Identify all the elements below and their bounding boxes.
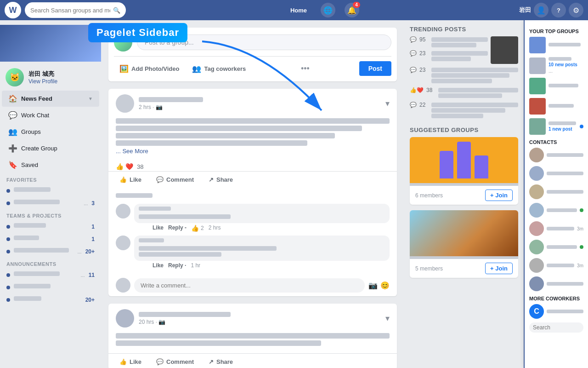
share-button[interactable]: ↗ Share	[201, 173, 240, 186]
team-item-2[interactable]: 1	[0, 233, 101, 245]
like-button[interactable]: 👍 Like	[112, 356, 149, 368]
post-menu-button[interactable]: ▾	[385, 313, 390, 323]
world-icon-btn[interactable]: 🌐	[321, 3, 335, 17]
team-count-3: 20+	[85, 248, 95, 255]
post-header: 2 hrs · 📷 ▾	[108, 89, 397, 113]
bar	[475, 155, 488, 178]
comment-actions: Like Reply · 1 hr	[134, 262, 390, 269]
emoji-icon[interactable]: 😊	[380, 281, 390, 290]
tag-coworkers-button[interactable]: 👥 Tag coworkers	[187, 62, 251, 76]
team-item-1[interactable]: 1	[0, 220, 101, 233]
comment-button[interactable]: 💬 Comment	[149, 356, 201, 368]
contact-name	[547, 227, 574, 230]
dot-icon	[6, 201, 10, 205]
comment-label: Comment	[166, 176, 194, 183]
group-bars-visual	[440, 142, 488, 178]
comment-like-button[interactable]: Like	[153, 262, 164, 269]
comment-like-button[interactable]: Like	[153, 224, 164, 232]
pagelet-group-row[interactable]	[529, 37, 583, 53]
comment-row: Like Reply - 👍 2 2 hrs	[116, 204, 390, 232]
sidebar-item-groups[interactable]: 👥 Groups	[2, 124, 99, 140]
notification-badge: 4	[353, 2, 360, 8]
comment-button[interactable]: 💬 Comment	[149, 173, 201, 186]
post-time: 2 hrs · 📷	[139, 104, 381, 110]
contact-row[interactable]	[529, 203, 583, 218]
coworker-search-bar[interactable]: 🔍 ⚙	[529, 322, 583, 333]
add-photo-label: Add Photo/Video	[131, 65, 179, 72]
contact-row[interactable]	[529, 166, 583, 181]
user-name-label: 岩田	[519, 6, 531, 14]
tag-coworkers-label: Tag coworkers	[204, 65, 246, 72]
contact-name	[547, 310, 583, 313]
comment-reply-button[interactable]: Reply ·	[168, 262, 186, 269]
bell-icon-btn[interactable]: 🔔 4	[345, 3, 359, 17]
like-button[interactable]: 👍 Like	[112, 173, 149, 186]
share-label: Share	[216, 358, 233, 365]
favorite-item-2[interactable]: ... 3	[0, 197, 101, 209]
nav-right: 岩田 👤 ? ⚙	[519, 3, 583, 17]
sidebar-item-news-feed[interactable]: 🏠 News Feed ▼	[2, 91, 99, 107]
top-navigation: W 🔍 Home 🌐 🔔 4 岩田 👤 ? ⚙	[0, 0, 588, 20]
view-profile-link[interactable]: View Profile	[28, 78, 57, 85]
contact-row[interactable]	[529, 184, 583, 199]
see-more-link[interactable]: ... See More	[116, 148, 148, 155]
favorite-item-1[interactable]	[0, 184, 101, 197]
home-link[interactable]: Home	[286, 5, 311, 16]
contact-row[interactable]	[529, 276, 583, 291]
pagelet-group-row[interactable]: 10 new posts ...	[529, 57, 583, 74]
sidebar-item-saved[interactable]: 🔖 Saved	[2, 157, 99, 173]
announcement-item-2[interactable]	[0, 281, 101, 293]
contact-row[interactable]: 3m	[529, 258, 583, 273]
contact-row[interactable]	[529, 148, 583, 162]
post-menu-button[interactable]: ▾	[385, 98, 390, 109]
contact-avatar	[529, 203, 544, 218]
favorite-count: 3	[91, 200, 95, 207]
team-item-3[interactable]: ... 20+	[0, 245, 101, 258]
pagelet-group-row[interactable]	[529, 98, 583, 115]
sidebar-item-work-chat[interactable]: 💬 Work Chat	[2, 107, 99, 123]
post-avatar	[116, 94, 134, 113]
coworker-search-input[interactable]	[533, 324, 588, 331]
global-search-bar[interactable]: 🔍	[25, 2, 126, 18]
share-button[interactable]: ↗ Share	[201, 356, 240, 368]
join-group-button[interactable]: + Join	[485, 263, 513, 274]
pagelet-group-row[interactable]: 1 new post	[529, 118, 583, 135]
settings-btn[interactable]: ⚙	[569, 3, 583, 17]
trending-posts-list: 💬 95 💬 23	[410, 36, 518, 119]
like-label: Like	[130, 358, 141, 365]
announcement-item-1[interactable]: ... 11	[0, 269, 101, 281]
avatar-image: 🐱	[6, 68, 24, 86]
announcement-item-3[interactable]: 20+	[0, 293, 101, 306]
comment-author	[139, 238, 385, 245]
write-comment-input[interactable]	[134, 278, 365, 293]
user-avatar-btn[interactable]: 👤	[534, 3, 548, 17]
dot-icon	[6, 237, 10, 241]
contact-row[interactable]: 3m	[529, 221, 583, 236]
more-options-button[interactable]: •••	[301, 64, 310, 74]
pagelet-group-row[interactable]	[529, 78, 583, 94]
post-button[interactable]: Post	[359, 61, 391, 76]
contact-row[interactable]	[529, 240, 583, 254]
sidebar-item-create-group[interactable]: ➕ Create Group	[2, 140, 99, 156]
search-input[interactable]	[30, 7, 110, 14]
comment-text	[139, 246, 277, 251]
team-count-1: 1	[91, 224, 95, 230]
teams-section-title: TEAMS & PROJECTS	[0, 209, 101, 220]
comment-reply-button[interactable]: Reply -	[168, 224, 187, 232]
like-icon: 👍	[119, 358, 127, 365]
post-text-line	[116, 126, 362, 131]
add-photo-button[interactable]: 🖼️ Add Photo/Video	[114, 62, 185, 76]
create-group-icon: ➕	[8, 144, 17, 153]
comment-label: Comment	[166, 358, 194, 365]
question-icon: ?	[557, 7, 560, 14]
camera-icon[interactable]: 📷	[368, 281, 378, 290]
post-actions: 👍 Like 💬 Comment ↗ Share	[108, 171, 397, 188]
question-btn[interactable]: ?	[551, 3, 566, 17]
suggested-group-card: 6 members + Join	[410, 137, 518, 205]
contact-row[interactable]: C	[529, 304, 583, 319]
join-group-button[interactable]: + Join	[485, 190, 513, 201]
message-icon: 💬	[410, 50, 417, 57]
user-avatar[interactable]: 🐱	[6, 68, 24, 86]
app-logo[interactable]: W	[5, 2, 21, 18]
dot-icon	[6, 250, 10, 253]
